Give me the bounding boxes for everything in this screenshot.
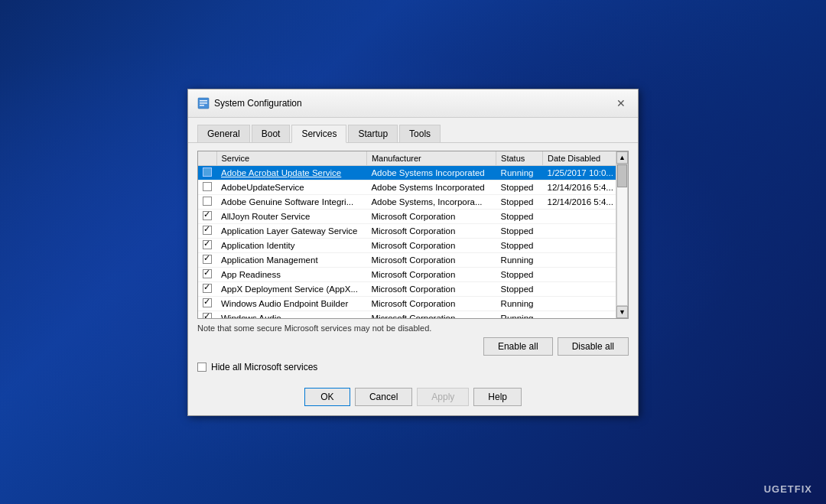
table-row[interactable]: AppX Deployment Service (AppX...Microsof… (198, 281, 628, 296)
manufacturer-3: Microsoft Corporation (366, 209, 496, 223)
scrollbar[interactable]: ▲ ▼ (616, 151, 628, 318)
table-row[interactable]: Application IdentityMicrosoft Corporatio… (198, 238, 628, 252)
dialog-footer: OK Cancel Apply Help (188, 380, 638, 415)
status-3: Stopped (496, 209, 543, 223)
status-7: Stopped (496, 267, 543, 281)
col-header-check (198, 151, 216, 166)
service-checkbox-0[interactable] (203, 167, 212, 177)
manufacturer-10: Microsoft Corporation (366, 311, 496, 319)
tab-tools[interactable]: Tools (399, 125, 441, 143)
service-checkbox-6[interactable] (203, 255, 212, 264)
service-checkbox-1[interactable] (203, 182, 212, 191)
hide-ms-checkbox[interactable] (197, 363, 206, 372)
apply-button[interactable]: Apply (417, 388, 469, 406)
status-1: Stopped (496, 180, 543, 194)
enable-all-button[interactable]: Enable all (483, 337, 553, 356)
service-name-6: Application Management (216, 252, 366, 267)
tab-services[interactable]: Services (291, 125, 346, 143)
service-name-3: AllJoyn Router Service (216, 209, 366, 223)
status-0: Running (496, 165, 543, 180)
hide-ms-label[interactable]: Hide all Microsoft services (211, 362, 317, 372)
manufacturer-8: Microsoft Corporation (366, 281, 496, 296)
enable-disable-row: Enable all Disable all (197, 337, 629, 356)
service-name-4: Application Layer Gateway Service (216, 223, 366, 238)
status-6: Running (496, 252, 543, 267)
scrollbar-track[interactable] (616, 164, 628, 306)
watermark-text: UGETFIX (764, 483, 812, 495)
status-2: Stopped (496, 194, 543, 209)
table-row[interactable]: Adobe Genuine Software Integri...Adobe S… (198, 194, 628, 209)
tab-general[interactable]: General (197, 125, 250, 143)
table-header-row: Service Manufacturer Status Date Disable… (198, 151, 628, 166)
table-row[interactable]: Windows Audio Endpoint BuilderMicrosoft … (198, 296, 628, 311)
manufacturer-9: Microsoft Corporation (366, 296, 496, 311)
service-name-2: Adobe Genuine Software Integri... (216, 194, 366, 209)
tab-boot[interactable]: Boot (252, 125, 291, 143)
status-9: Running (496, 296, 543, 311)
service-checkbox-5[interactable] (203, 240, 212, 249)
service-checkbox-7[interactable] (203, 269, 212, 278)
service-checkbox-9[interactable] (203, 298, 212, 307)
hide-ms-row: Hide all Microsoft services (197, 362, 629, 372)
service-checkbox-10[interactable] (203, 313, 212, 319)
title-bar: System Configuration ✕ (188, 89, 638, 118)
manufacturer-0: Adobe Systems Incorporated (366, 165, 496, 180)
disable-all-button[interactable]: Disable all (558, 337, 629, 356)
cancel-button[interactable]: Cancel (355, 388, 412, 406)
tabs-bar: General Boot Services Startup Tools (188, 118, 638, 143)
table-row[interactable]: Application ManagementMicrosoft Corporat… (198, 252, 628, 267)
table-row[interactable]: App ReadinessMicrosoft CorporationStoppe… (198, 267, 628, 281)
service-name-0: Adobe Acrobat Update Service (216, 165, 366, 180)
svg-rect-2 (200, 102, 207, 104)
table-row[interactable]: AdobeUpdateServiceAdobe Systems Incorpor… (198, 180, 628, 194)
dialog-icon (197, 97, 210, 109)
service-checkbox-8[interactable] (203, 284, 212, 293)
service-name-1: AdobeUpdateService (216, 180, 366, 194)
tab-startup[interactable]: Startup (348, 125, 398, 143)
service-checkbox-3[interactable] (203, 211, 212, 220)
table-row[interactable]: Windows AudioMicrosoft CorporationRunnin… (198, 311, 628, 319)
service-name-10: Windows Audio (216, 311, 366, 319)
close-button[interactable]: ✕ (613, 96, 629, 111)
services-table-container: Service Manufacturer Status Date Disable… (197, 151, 629, 319)
manufacturer-4: Microsoft Corporation (366, 223, 496, 238)
ok-button[interactable]: OK (304, 388, 350, 406)
manufacturer-5: Microsoft Corporation (366, 238, 496, 252)
table-row[interactable]: Adobe Acrobat Update ServiceAdobe System… (198, 165, 628, 180)
service-name-8: AppX Deployment Service (AppX... (216, 281, 366, 296)
system-config-dialog: System Configuration ✕ General Boot Serv… (187, 89, 639, 416)
svg-rect-1 (200, 100, 207, 102)
status-10: Running (496, 311, 543, 319)
note-text: Note that some secure Microsoft services… (197, 324, 629, 333)
services-tbody: Adobe Acrobat Update ServiceAdobe System… (198, 165, 628, 319)
title-bar-left: System Configuration (197, 97, 302, 109)
manufacturer-2: Adobe Systems, Incorpora... (366, 194, 496, 209)
col-header-service[interactable]: Service (216, 151, 366, 166)
table-row[interactable]: Application Layer Gateway ServiceMicroso… (198, 223, 628, 238)
scrollbar-thumb[interactable] (617, 164, 627, 187)
manufacturer-1: Adobe Systems Incorporated (366, 180, 496, 194)
col-header-manufacturer[interactable]: Manufacturer (366, 151, 496, 166)
service-name-9: Windows Audio Endpoint Builder (216, 296, 366, 311)
manufacturer-6: Microsoft Corporation (366, 252, 496, 267)
scroll-down-button[interactable]: ▼ (616, 306, 628, 318)
svg-rect-3 (200, 105, 204, 106)
dialog-body: Service Manufacturer Status Date Disable… (188, 143, 638, 380)
service-checkbox-2[interactable] (203, 197, 212, 206)
table-row[interactable]: AllJoyn Router ServiceMicrosoft Corporat… (198, 209, 628, 223)
service-name-7: App Readiness (216, 267, 366, 281)
service-name-5: Application Identity (216, 238, 366, 252)
dialog-title: System Configuration (214, 98, 302, 109)
services-table: Service Manufacturer Status Date Disable… (198, 151, 628, 319)
manufacturer-7: Microsoft Corporation (366, 267, 496, 281)
col-header-status[interactable]: Status (496, 151, 543, 166)
help-button[interactable]: Help (473, 388, 522, 406)
status-8: Stopped (496, 281, 543, 296)
scroll-up-button[interactable]: ▲ (616, 151, 628, 164)
status-5: Stopped (496, 238, 543, 252)
service-checkbox-4[interactable] (203, 226, 212, 235)
status-4: Stopped (496, 223, 543, 238)
